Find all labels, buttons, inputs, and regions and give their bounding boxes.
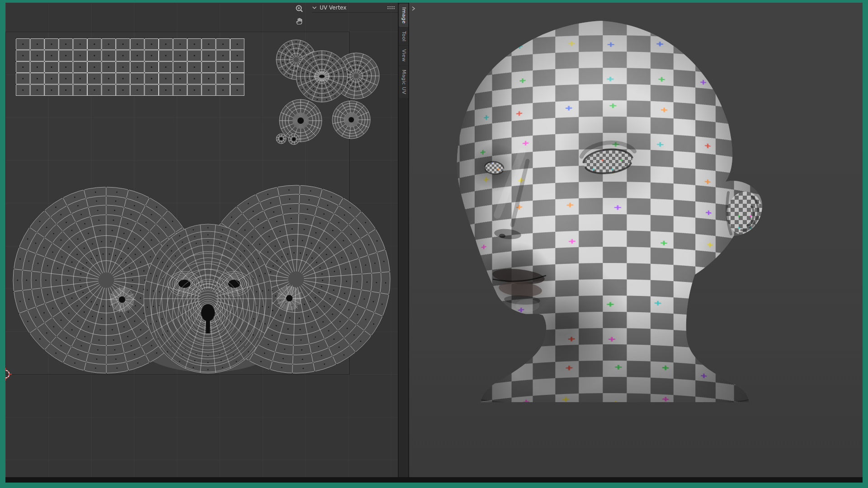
uv-editor-panel[interactable]: UV Vertex — [5, 3, 398, 477]
tab-tool[interactable]: Tool — [399, 28, 408, 45]
sidebar-panel-header[interactable]: UV Vertex — [312, 3, 398, 13]
bottom-bar — [5, 477, 863, 483]
zoom-gizmo-icon[interactable] — [295, 4, 304, 13]
viewport-3d-canvas[interactable] — [409, 3, 863, 477]
viewport-3d-panel[interactable] — [409, 3, 863, 477]
tab-tool-label: Tool — [401, 31, 407, 42]
expand-sidebar-arrow-icon[interactable] — [410, 5, 416, 12]
pan-hand-gizmo-icon[interactable] — [295, 17, 304, 26]
uv-canvas[interactable] — [5, 3, 398, 477]
sidebar-tab-strip: Image Tool View Magic UV — [398, 3, 409, 477]
drag-handle-icon[interactable] — [387, 6, 395, 9]
chevron-down-icon — [312, 6, 317, 9]
editor-area: UV Vertex — [5, 3, 863, 483]
panel-title: UV Vertex — [320, 5, 346, 11]
tab-view[interactable]: View — [399, 46, 408, 66]
blender-window: UV Vertex — [0, 0, 868, 488]
tab-image[interactable]: Image — [399, 4, 408, 27]
tab-magic-uv[interactable]: Magic UV — [399, 66, 408, 98]
tab-view-label: View — [401, 49, 407, 62]
tab-magic-uv-label: Magic UV — [401, 70, 407, 94]
navigation-gizmos — [295, 4, 304, 26]
tab-image-label: Image — [401, 7, 407, 23]
uv-2d-cursor[interactable] — [5, 368, 12, 380]
